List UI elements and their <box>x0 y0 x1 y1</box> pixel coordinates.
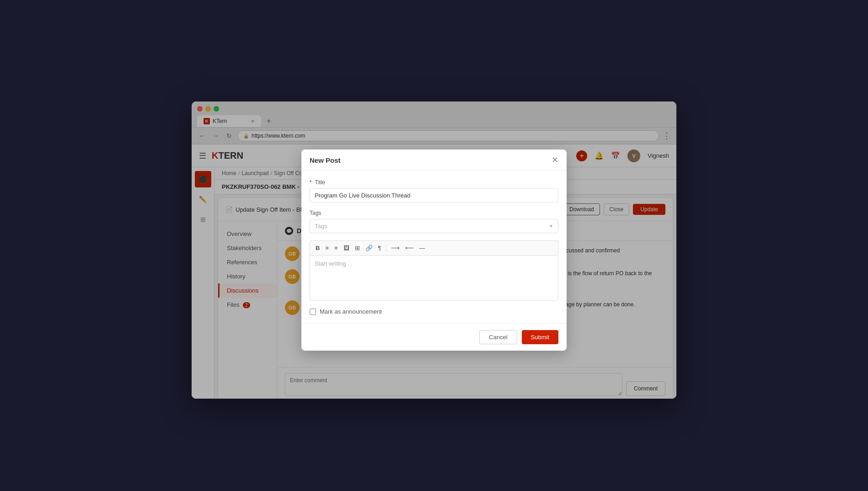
toolbar-unordered-list[interactable]: ≡ <box>323 244 331 252</box>
modal-overlay[interactable]: New Post ✕ * Title Tags Tags <box>192 101 676 399</box>
toolbar-separator <box>386 245 386 252</box>
submit-button[interactable]: Submit <box>522 330 558 344</box>
tags-form-group: Tags Tags ▼ <box>310 210 558 233</box>
editor-group: B ≡ ≡ 🖼 ⊞ 🔗 ¶ ⟶ ⟵ — Start writing ... <box>310 240 558 301</box>
announcement-label: Mark as announcement <box>320 308 382 315</box>
title-input[interactable] <box>310 188 558 203</box>
tags-label: Tags <box>310 210 558 216</box>
toolbar-image[interactable]: 🖼 <box>342 244 351 252</box>
tags-placeholder: Tags <box>315 223 327 229</box>
toolbar-link[interactable]: 🔗 <box>364 244 375 252</box>
announcement-row: Mark as announcement <box>310 308 558 315</box>
editor-toolbar: B ≡ ≡ 🖼 ⊞ 🔗 ¶ ⟶ ⟵ — <box>310 240 558 255</box>
required-star: * <box>310 179 312 186</box>
modal-close-button[interactable]: ✕ <box>552 156 558 164</box>
modal-footer: Cancel Submit <box>301 323 567 351</box>
modal-header: New Post ✕ <box>301 149 567 171</box>
new-post-modal: New Post ✕ * Title Tags Tags <box>301 149 567 351</box>
title-label: * Title <box>310 179 558 186</box>
editor-area[interactable]: Start writing ... <box>310 255 558 301</box>
toolbar-indent[interactable]: ⟶ <box>389 244 402 252</box>
cancel-button[interactable]: Cancel <box>479 330 517 344</box>
toolbar-ordered-list[interactable]: ≡ <box>332 244 340 252</box>
tags-input[interactable]: Tags ▼ <box>310 219 558 233</box>
tags-dropdown-icon: ▼ <box>549 224 553 229</box>
toolbar-outdent[interactable]: ⟵ <box>403 244 416 252</box>
announcement-checkbox[interactable] <box>310 309 316 315</box>
editor-placeholder: Start writing ... <box>315 260 353 267</box>
toolbar-paragraph[interactable]: ¶ <box>376 244 383 252</box>
title-form-group: * Title <box>310 179 558 203</box>
modal-title: New Post <box>310 156 341 164</box>
modal-body: * Title Tags Tags ▼ B <box>301 171 567 323</box>
toolbar-horizontal-rule[interactable]: — <box>418 244 427 252</box>
toolbar-table[interactable]: ⊞ <box>353 244 362 252</box>
toolbar-bold[interactable]: B <box>314 244 321 252</box>
